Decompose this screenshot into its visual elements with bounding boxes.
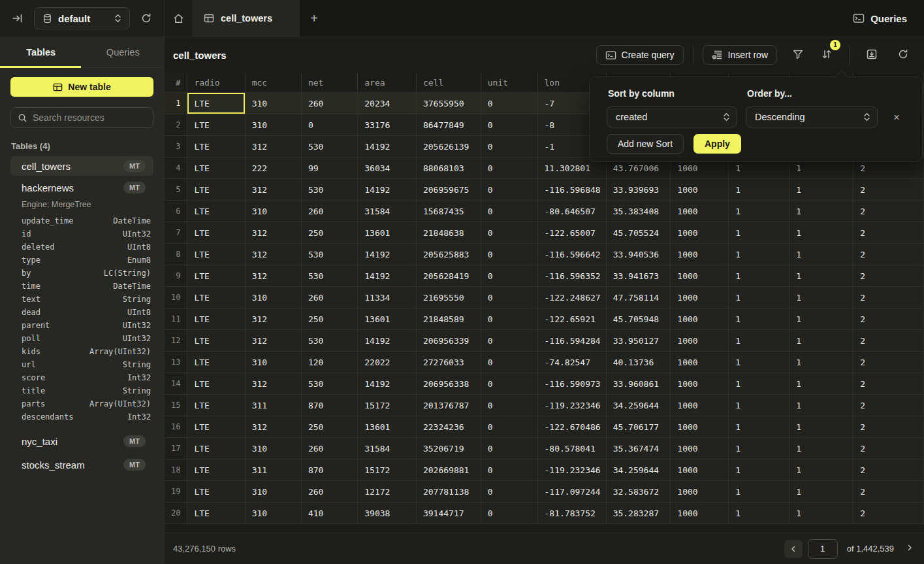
table-cell[interactable]: 31584	[358, 201, 417, 222]
table-cell[interactable]: 34.259644	[606, 459, 671, 481]
table-cell[interactable]: 0	[481, 481, 537, 503]
table-cell[interactable]: 530	[301, 330, 357, 352]
table-cell[interactable]: 1	[789, 352, 853, 373]
table-cell[interactable]: 530	[301, 136, 357, 158]
table-cell[interactable]: 260	[301, 438, 357, 459]
table-cell[interactable]: 0	[481, 265, 537, 287]
table-cell[interactable]: 1000	[671, 438, 729, 459]
column-header-net[interactable]: net	[301, 73, 357, 93]
table-cell[interactable]: 1	[789, 222, 853, 244]
table-cell[interactable]: 0	[481, 93, 537, 114]
table-cell[interactable]: -122.65007	[537, 222, 606, 244]
table-cell[interactable]: 33.960861	[606, 373, 671, 395]
table-cell[interactable]: 120	[301, 352, 357, 373]
table-cell[interactable]: 32.583672	[606, 481, 671, 503]
table-cell[interactable]: 202669881	[416, 459, 481, 481]
table-cell[interactable]: 250	[301, 416, 357, 438]
table-cell[interactable]: 1	[789, 503, 853, 524]
refresh-table-button[interactable]	[894, 45, 912, 65]
table-cell[interactable]: 310	[245, 93, 301, 114]
table-cell[interactable]: 1	[789, 416, 853, 438]
table-cell[interactable]: 2	[853, 395, 924, 416]
column-header-radio[interactable]: radio	[187, 73, 245, 93]
table-cell[interactable]: 0	[481, 416, 537, 438]
table-cell[interactable]: 2	[853, 265, 924, 287]
next-page-button[interactable]	[903, 541, 916, 556]
table-cell[interactable]: 312	[245, 265, 301, 287]
table-cell[interactable]: 15172	[358, 395, 417, 416]
tab-cell-towers[interactable]: cell_towers	[192, 0, 300, 37]
table-cell[interactable]: 1	[789, 438, 853, 459]
table-cell[interactable]: -119.232346	[537, 459, 606, 481]
table-cell[interactable]: -122.248627	[537, 287, 606, 308]
table-cell[interactable]: 2	[853, 201, 924, 222]
table-cell[interactable]: 2	[853, 503, 924, 524]
table-cell[interactable]: 2	[853, 244, 924, 265]
previous-page-button[interactable]	[784, 540, 803, 558]
column-header-area[interactable]: area	[358, 73, 417, 93]
table-cell[interactable]: 207781138	[416, 481, 481, 503]
table-cell[interactable]: 21848589	[416, 308, 481, 330]
table-cell[interactable]: 33.939693	[606, 179, 671, 201]
table-cell[interactable]: 0	[481, 459, 537, 481]
table-cell[interactable]: -116.596848	[537, 179, 606, 201]
table-cell[interactable]: 0	[481, 244, 537, 265]
table-cell[interactable]: 1000	[671, 201, 729, 222]
table-cell[interactable]: 310	[245, 481, 301, 503]
table-cell[interactable]: 1	[729, 503, 789, 524]
table-cell[interactable]: 312	[245, 222, 301, 244]
table-cell[interactable]: 312	[245, 179, 301, 201]
refresh-databases-button[interactable]	[138, 10, 155, 27]
sort-button[interactable]: 1	[818, 45, 836, 65]
table-cell[interactable]: 15172	[358, 459, 417, 481]
table-cell[interactable]: 260	[301, 481, 357, 503]
table-cell[interactable]: LTE	[187, 179, 245, 201]
table-cell[interactable]: -116.594284	[537, 330, 606, 352]
table-cell[interactable]: 530	[301, 265, 357, 287]
database-selector[interactable]: default	[34, 7, 130, 29]
table-cell[interactable]: 250	[301, 222, 357, 244]
table-cell[interactable]: 35.383408	[606, 201, 671, 222]
table-cell[interactable]: 0	[481, 352, 537, 373]
table-cell[interactable]: -122.670486	[537, 416, 606, 438]
column-header-cell[interactable]: cell	[416, 73, 481, 93]
table-cell[interactable]: 1	[789, 481, 853, 503]
apply-sort-button[interactable]: Apply	[693, 134, 741, 154]
table-cell[interactable]: 870	[301, 459, 357, 481]
table-cell[interactable]: -116.590973	[537, 373, 606, 395]
table-cell[interactable]: 1	[729, 438, 789, 459]
table-cell[interactable]: 0	[481, 330, 537, 352]
table-cell[interactable]: 201376787	[416, 395, 481, 416]
table-cell[interactable]: 1	[729, 179, 789, 201]
table-cell[interactable]: 312	[245, 373, 301, 395]
table-cell[interactable]: -117.097244	[537, 481, 606, 503]
table-cell[interactable]: 205626139	[416, 136, 481, 158]
sidebar-table-stocks_stream[interactable]: stocks_streamMT	[10, 455, 153, 474]
column-header-mcc[interactable]: mcc	[245, 73, 301, 93]
insert-row-button[interactable]: Insert row	[703, 45, 777, 65]
table-cell[interactable]: 11334	[358, 287, 417, 308]
table-cell[interactable]: 33.941673	[606, 265, 671, 287]
sidebar-table-cell_towers[interactable]: cell_towersMT	[10, 156, 153, 176]
table-cell[interactable]: 45.705948	[606, 308, 671, 330]
table-cell[interactable]: 15687435	[416, 201, 481, 222]
table-cell[interactable]: 13601	[358, 222, 417, 244]
table-cell[interactable]: 310	[245, 287, 301, 308]
table-cell[interactable]: 0	[481, 136, 537, 158]
table-cell[interactable]: LTE	[187, 308, 245, 330]
table-cell[interactable]: LTE	[187, 459, 245, 481]
table-cell[interactable]: 86477849	[416, 114, 481, 136]
table-cell[interactable]: 1000	[671, 330, 729, 352]
table-cell[interactable]: 27276033	[416, 352, 481, 373]
table-cell[interactable]: 530	[301, 244, 357, 265]
table-cell[interactable]: 1	[729, 201, 789, 222]
table-cell[interactable]: 21695550	[416, 287, 481, 308]
table-cell[interactable]: LTE	[187, 330, 245, 352]
sort-order-select[interactable]: Descending	[746, 107, 878, 127]
table-cell[interactable]: LTE	[187, 395, 245, 416]
table-cell[interactable]: 310	[245, 503, 301, 524]
table-cell[interactable]: -122.65921	[537, 308, 606, 330]
table-cell[interactable]: 1	[729, 481, 789, 503]
table-cell[interactable]: 310	[245, 201, 301, 222]
table-cell[interactable]: 1000	[671, 308, 729, 330]
